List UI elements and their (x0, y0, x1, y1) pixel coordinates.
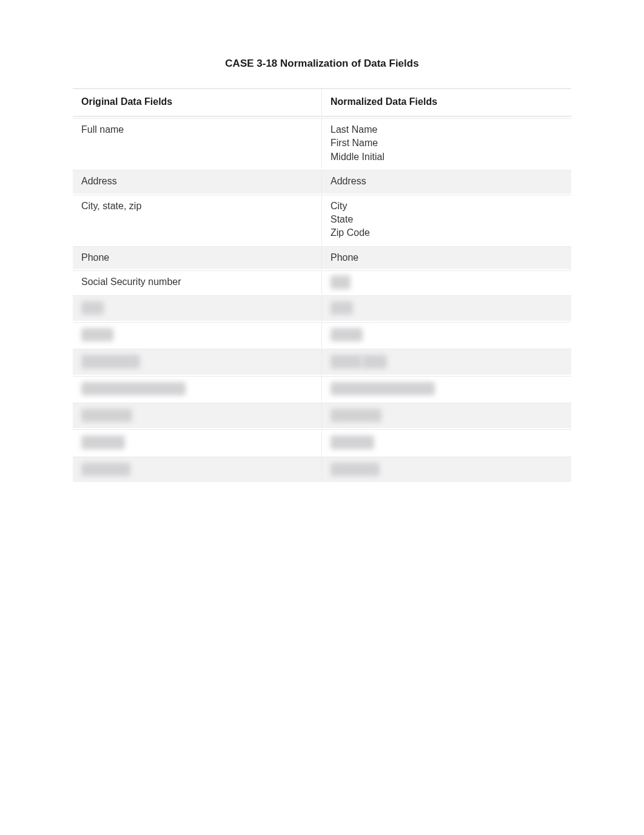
cell-text: Major (362, 355, 386, 368)
cell-text: Last Name (330, 123, 563, 136)
cell-text: City (330, 200, 563, 213)
table-row: RaceRace (73, 295, 571, 321)
cell-original: Full name (73, 118, 322, 169)
cell-text: Phone (81, 251, 313, 264)
cell-text: Credentials (330, 463, 380, 476)
table-row: AddressAddress (73, 170, 571, 193)
cell-text: Credentials (81, 463, 130, 476)
table-row: Social Security numberSSN (73, 270, 571, 293)
cell-text: Race (81, 301, 104, 315)
cell-text: Gender (81, 328, 113, 341)
header-original: Original Data Fields (73, 88, 322, 117)
table-row: PhonePhone (73, 246, 571, 269)
cell-text: Degree/Major (81, 355, 140, 368)
cell-normalized: Race (322, 295, 571, 321)
cell-text: State (330, 213, 563, 226)
cell-normalized: Last NameFirst NameMiddle Initial (322, 118, 571, 169)
cell-text: Middle Initial (330, 150, 563, 164)
cell-normalized: Department (322, 403, 571, 428)
cell-text: First Name (330, 136, 563, 150)
table-row: GenderGender (73, 322, 571, 347)
cell-normalized: Start Date (322, 429, 571, 455)
cell-text: Address (330, 175, 563, 188)
cell-text: Race (330, 301, 353, 315)
cell-normalized: Credentials (322, 457, 571, 482)
table-row: Start DateStart Date (73, 429, 571, 455)
cell-normalized: Gender (322, 322, 571, 347)
cell-text: Date of Past Graduation (81, 382, 186, 395)
table-row: City, state, zipCityStateZip Code (73, 195, 571, 245)
cell-text: City, state, zip (81, 200, 313, 213)
table-row: Degree/MajorDegreeMajor (73, 349, 571, 374)
cell-text: Department (330, 409, 381, 422)
cell-original: Address (73, 170, 322, 193)
cell-text: Address (81, 175, 313, 188)
cell-original: Credentials (73, 457, 322, 482)
cell-original: City, state, zip (73, 195, 322, 245)
cell-normalized: DegreeMajor (322, 349, 571, 374)
table-header-row: Original Data Fields Normalized Data Fie… (73, 88, 571, 117)
cell-text: Gender (330, 328, 363, 341)
cell-text: Zip Code (330, 226, 563, 240)
table-row: CredentialsCredentials (73, 457, 571, 482)
cell-normalized: SSN (322, 270, 571, 293)
cell-text: Degree (330, 355, 362, 368)
cell-original: Start Date (73, 429, 322, 455)
header-normalized: Normalized Data Fields (322, 88, 571, 117)
cell-text: Social Security number (81, 275, 313, 289)
cell-text: Start Date (330, 435, 374, 449)
page-title: CASE 3-18 Normalization of Data Fields (73, 58, 571, 70)
cell-original: Date of Past Graduation (73, 376, 322, 401)
cell-original: Gender (73, 322, 322, 347)
cell-text: Phone (330, 251, 563, 264)
cell-normalized: Date of Past Graduation (322, 376, 571, 401)
cell-original: Phone (73, 246, 322, 269)
cell-text: SSN (330, 275, 351, 289)
cell-original: Department (73, 403, 322, 428)
cell-text: Date of Past Graduation (330, 382, 435, 395)
cell-text: Full name (81, 123, 313, 136)
data-fields-table: Original Data Fields Normalized Data Fie… (73, 87, 571, 483)
table-row: DepartmentDepartment (73, 403, 571, 428)
cell-normalized: Phone (322, 246, 571, 269)
cell-text: Department (81, 409, 132, 422)
cell-original: Social Security number (73, 270, 322, 293)
table-row: Full nameLast NameFirst NameMiddle Initi… (73, 118, 571, 169)
cell-text: Start Date (81, 435, 125, 449)
table-row: Date of Past GraduationDate of Past Grad… (73, 376, 571, 401)
cell-normalized: Address (322, 170, 571, 193)
cell-original: Degree/Major (73, 349, 322, 374)
cell-normalized: CityStateZip Code (322, 195, 571, 245)
cell-original: Race (73, 295, 322, 321)
